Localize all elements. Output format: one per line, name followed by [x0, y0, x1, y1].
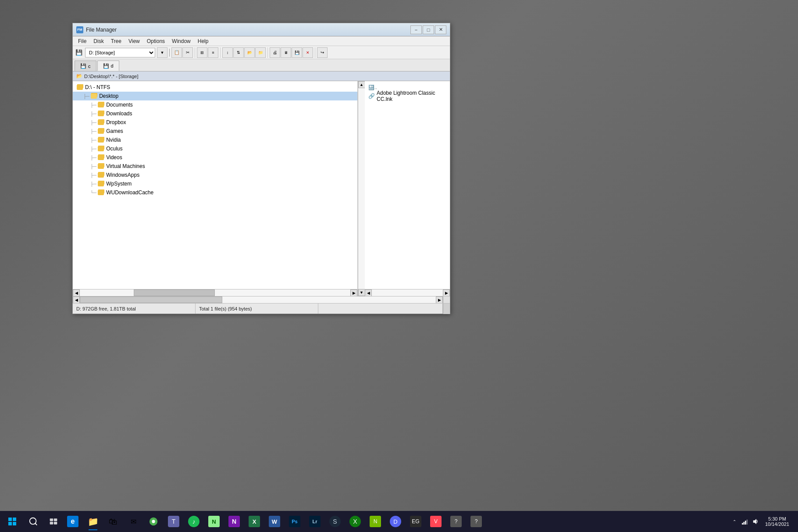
- toolbar-btn-c[interactable]: 📂: [244, 47, 255, 58]
- address-select[interactable]: D: [Storage] C: [System]: [85, 48, 155, 57]
- dropdown-arrow-btn[interactable]: ▼: [157, 47, 167, 58]
- volume-icon: [752, 518, 759, 525]
- tree-scroll-up[interactable]: ▲: [358, 81, 365, 88]
- tree-item-videos[interactable]: ├─ Videos: [73, 153, 357, 162]
- window-titlebar: FM File Manager − □ ✕: [73, 23, 450, 36]
- taskbar-lightroom[interactable]: Lr: [305, 512, 324, 531]
- toolbar-btn-print[interactable]: 🖨: [270, 47, 280, 58]
- toolbar-btn-copy[interactable]: 📋: [171, 47, 182, 58]
- taskbar-discord[interactable]: D: [386, 512, 405, 531]
- statusbar-resize[interactable]: [443, 303, 450, 314]
- clock[interactable]: 5:30 PM 10/14/2021: [762, 516, 793, 527]
- tree-item-windowsapps[interactable]: ├─ WindowsApps: [73, 171, 357, 179]
- menu-view[interactable]: View: [125, 37, 143, 45]
- toolbar-btn-net[interactable]: 🖥: [281, 47, 291, 58]
- taskbar-file-explorer[interactable]: 📁: [83, 512, 103, 531]
- maximize-button[interactable]: □: [423, 25, 434, 34]
- drive-tab-c[interactable]: 💾 c: [75, 61, 96, 71]
- taskbar-teams[interactable]: T: [164, 512, 183, 531]
- menu-options[interactable]: Options: [143, 37, 168, 45]
- toolbar-btn-disk[interactable]: 💾: [292, 47, 302, 58]
- taskbar-nvidia[interactable]: N: [366, 512, 385, 531]
- taskbar-mail[interactable]: ✉: [124, 512, 143, 531]
- tree-item-wpsystem[interactable]: ├─ WpSystem: [73, 179, 357, 188]
- xbox-icon: X: [349, 516, 361, 527]
- svg-rect-15: [746, 520, 748, 525]
- taskbar-word[interactable]: W: [265, 512, 284, 531]
- win-scroll-left[interactable]: ◀: [73, 296, 80, 303]
- menu-window[interactable]: Window: [168, 37, 194, 45]
- tree-scroll-thumb[interactable]: [134, 289, 215, 296]
- windows-logo-icon: [8, 517, 17, 526]
- tree-item-wudownloadcache[interactable]: └─ WUDownloadCache: [73, 188, 357, 197]
- tree-scroll-left[interactable]: ◀: [73, 289, 80, 296]
- store-icon: 🛍: [107, 516, 119, 527]
- toolbar-btn-a[interactable]: ↕: [222, 47, 233, 58]
- tree-item-nvidia-label: Nvidia: [106, 137, 121, 143]
- tree-item-downloads[interactable]: ├─ Downloads: [73, 109, 357, 118]
- tree-v-scrollbar[interactable]: ▲ ▼: [358, 81, 365, 296]
- systray-chevron[interactable]: ⌃: [730, 517, 739, 526]
- win-scroll-right[interactable]: ▶: [436, 296, 443, 303]
- tree-item-oculus[interactable]: ├─ Oculus: [73, 144, 357, 153]
- toolbar-btn-extra[interactable]: ↪: [317, 47, 328, 58]
- tree-item-root[interactable]: D:\ - NTFS: [73, 83, 357, 92]
- svg-point-11: [152, 520, 155, 523]
- toolbar-btn-list[interactable]: ≡: [208, 47, 218, 58]
- systray-volume[interactable]: [751, 517, 760, 526]
- toolbar-btn-del[interactable]: ✕: [303, 47, 313, 58]
- tree-scroll-right[interactable]: ▶: [350, 289, 357, 296]
- back-arrow-icon: 🔙..: [368, 85, 377, 90]
- file-scroll-right[interactable]: ▶: [443, 289, 450, 296]
- tree-item-games[interactable]: ├─ Games: [73, 127, 357, 136]
- file-scroll-left[interactable]: ◀: [365, 289, 372, 296]
- file-item-lightroom[interactable]: 🔗 Adobe Lightroom Classic CC.lnk: [367, 92, 448, 100]
- win-scroll-thumb[interactable]: [80, 296, 222, 303]
- tree-scroll-down[interactable]: ▼: [358, 289, 365, 296]
- tree-item-vms[interactable]: ├─ Virtual Machines: [73, 162, 357, 171]
- menu-help[interactable]: Help: [194, 37, 212, 45]
- toolbar-btn-small[interactable]: ⊞: [197, 47, 207, 58]
- taskbar-excel[interactable]: X: [245, 512, 264, 531]
- tree-item-documents[interactable]: ├─ Documents: [73, 100, 357, 109]
- tree-item-dropbox[interactable]: ├─ Dropbox: [73, 118, 357, 127]
- window-h-scrollbar[interactable]: ◀ ▶: [73, 296, 450, 303]
- toolbar-btn-d[interactable]: 📁: [255, 47, 266, 58]
- taskbar-edge[interactable]: e: [63, 512, 82, 531]
- toolbar-btn-cut[interactable]: ✂: [182, 47, 193, 58]
- file-h-scrollbar[interactable]: ◀ ▶: [365, 289, 450, 296]
- taskbar-store[interactable]: 🛍: [103, 512, 123, 531]
- taskbar-photoshop[interactable]: Ps: [285, 512, 304, 531]
- taskbar-unknown2[interactable]: ?: [467, 512, 486, 531]
- systray-network[interactable]: [741, 517, 749, 526]
- folder-icon-downloads: [97, 111, 104, 117]
- taskbar-xbox[interactable]: X: [346, 512, 365, 531]
- toolbar-btn-b[interactable]: ⇅: [233, 47, 244, 58]
- taskbar-steam[interactable]: S: [325, 512, 345, 531]
- taskbar-chrome[interactable]: [144, 512, 163, 531]
- svg-rect-1: [13, 518, 16, 521]
- task-view-button[interactable]: [44, 512, 63, 531]
- minimize-button[interactable]: −: [410, 25, 422, 34]
- taskbar-unknown1[interactable]: ?: [446, 512, 466, 531]
- close-button[interactable]: ✕: [435, 25, 446, 34]
- tree-h-scrollbar[interactable]: ◀ ▶: [73, 289, 357, 296]
- taskbar-vanguard[interactable]: V: [426, 512, 445, 531]
- taskbar-notepad-plus[interactable]: N: [204, 512, 224, 531]
- taskbar-onenote[interactable]: N: [224, 512, 244, 531]
- svg-rect-0: [8, 518, 12, 521]
- tree-item-desktop[interactable]: ├─ Desktop: [73, 92, 357, 100]
- folder-icon-windowsapps: [97, 172, 104, 178]
- menu-disk[interactable]: Disk: [90, 37, 107, 45]
- task-view-icon: [49, 517, 58, 526]
- file-scroll-track: [372, 289, 443, 296]
- taskbar-epic[interactable]: EG: [406, 512, 425, 531]
- taskbar-spotify[interactable]: ♪: [184, 512, 203, 531]
- start-button[interactable]: [2, 512, 23, 531]
- drive-tab-d[interactable]: 💾 d: [97, 61, 119, 71]
- search-button[interactable]: [23, 512, 44, 531]
- menu-file[interactable]: File: [75, 37, 90, 45]
- tree-item-nvidia[interactable]: ├─ Nvidia: [73, 136, 357, 144]
- folder-icon-documents: [97, 102, 104, 108]
- menu-tree[interactable]: Tree: [107, 37, 125, 45]
